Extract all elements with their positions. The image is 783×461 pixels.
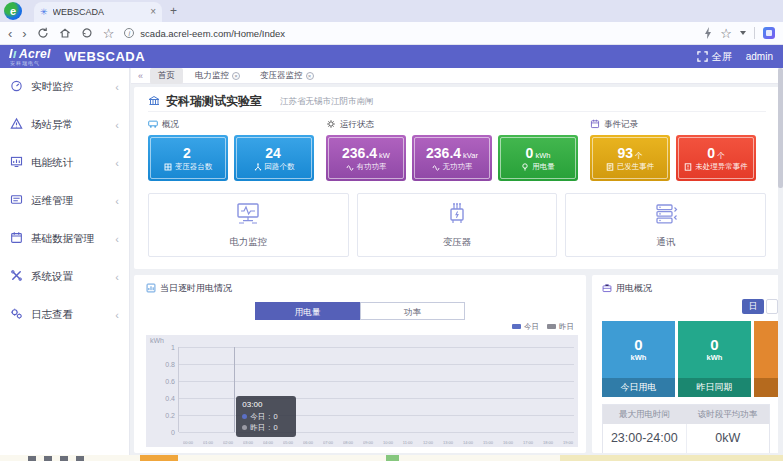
period-month-button[interactable]	[766, 299, 778, 314]
taskbar-icon[interactable]	[60, 456, 68, 461]
doc-tab-home[interactable]: 首页	[150, 68, 183, 84]
url-field[interactable]: i scada.acrel-eem.com/Home/Index	[124, 28, 694, 39]
nav-card-communication[interactable]: 通讯	[565, 193, 766, 257]
taskbar-highlight-green[interactable]	[386, 455, 399, 461]
lightning-extension-icon[interactable]	[704, 27, 712, 39]
stat-unit: 个	[635, 151, 643, 160]
toggle-energy-button[interactable]: 用电量	[255, 302, 360, 320]
sidebar-item-log-view[interactable]: 日志查看 ‹	[0, 296, 129, 334]
sidebar-item-system-settings[interactable]: 系统设置 ‹	[0, 258, 129, 296]
chart-panel-title: 当日逐时用电情况	[160, 282, 232, 295]
monitor-icon	[233, 201, 263, 231]
refresh-icon[interactable]	[37, 27, 49, 39]
stat-value: 0	[707, 145, 715, 161]
scrollbar-thumb[interactable]	[778, 68, 783, 188]
screen: e ✳ WEBSCADA × + ‹ › ☆ i scada.acrel-eem…	[0, 0, 783, 461]
legend-yesterday[interactable]: 昨日	[547, 322, 574, 332]
gauge-icon	[10, 78, 23, 96]
extensions-caret-icon[interactable]	[740, 31, 746, 35]
stat-card-energy-usage[interactable]: 0kWh 用电量	[498, 135, 578, 181]
bus-icon	[148, 119, 158, 131]
gears-icon	[10, 306, 23, 324]
yesterday-dot-icon	[242, 425, 247, 430]
close-circle-icon[interactable]: ×	[232, 72, 240, 80]
collapse-tabs-icon[interactable]: «	[138, 71, 143, 81]
table-header-avg-power: 该时段平均功率	[686, 405, 769, 424]
tooltip-time: 03:00	[242, 400, 290, 409]
taskbar-highlight-orange[interactable]	[140, 455, 178, 461]
usage-card-today[interactable]: 0kWh 今日用电	[602, 321, 675, 397]
taskbar-icon[interactable]	[76, 456, 84, 461]
stat-unit: kWh	[535, 151, 550, 160]
history-icon[interactable]	[81, 27, 93, 39]
new-tab-button[interactable]: +	[170, 4, 177, 18]
stat-card-unhandled-events[interactable]: 0个 未处理异常事件	[676, 135, 756, 181]
nav-card-transformer[interactable]: 变压器	[357, 193, 558, 257]
chart-toggle: 用电量 功率	[146, 302, 574, 320]
translate-extension-icon[interactable]	[763, 27, 775, 39]
usage-card-yesterday[interactable]: 0kWh 昨日同期	[678, 321, 751, 397]
taskbar-icon[interactable]	[28, 456, 36, 461]
sidebar-item-label: 实时监控	[31, 80, 107, 94]
chart-icon	[146, 283, 156, 295]
address-bar: ‹ › ☆ i scada.acrel-eem.com/Home/Index ☆	[0, 22, 783, 45]
usage-card-yoy[interactable]: --% 同比	[754, 321, 780, 397]
circuit-mini-icon	[254, 163, 262, 171]
nav-card-power-monitor[interactable]: 电力监控	[148, 193, 349, 257]
chart-tooltip: 03:00 今日: 0 昨日: 0	[236, 396, 296, 437]
sidebar-item-ops-management[interactable]: 运维管理 ‹	[0, 182, 129, 220]
chart-plot[interactable]: kWh 10.80.60.40.20 00:0001:0002:0003:000…	[146, 335, 578, 447]
site-name: 安科瑞测试实验室	[166, 93, 262, 110]
nav-cards-row: 电力监控 变压器 通讯	[148, 193, 766, 257]
page-scrollbar[interactable]	[778, 68, 783, 455]
taskbar-icon[interactable]	[44, 456, 52, 461]
url-text: scada.acrel-eem.com/Home/Index	[140, 28, 285, 39]
sidebar-item-station-abnormal[interactable]: 场站异常 ‹	[0, 106, 129, 144]
page-info-icon[interactable]: i	[124, 28, 134, 38]
table-header-max-time: 最大用电时间	[603, 405, 686, 424]
stat-card-transformer-count[interactable]: 2 变压器台数	[148, 135, 228, 181]
acrel-logo[interactable]: Acrel 安科瑞电气	[10, 48, 51, 66]
sidebar-item-base-data[interactable]: 基础数据管理 ‹	[0, 220, 129, 258]
legend-yesterday-swatch	[547, 324, 556, 329]
forward-icon[interactable]: ›	[22, 27, 26, 40]
bookmark-star-icon[interactable]: ☆	[103, 27, 115, 40]
page-content: 安科瑞测试实验室 江苏省无锡市江阴市南闸 概况 2 变压器台数	[131, 84, 783, 455]
acrel-logo-text: Acrel	[19, 48, 51, 60]
stat-card-circuit-count[interactable]: 24 回路个数	[234, 135, 314, 181]
chart-legend: 今日 昨日	[512, 322, 574, 332]
home-icon[interactable]	[59, 27, 71, 39]
period-day-button[interactable]: 日	[742, 299, 764, 314]
toggle-power-button[interactable]: 功率	[360, 302, 465, 320]
favorite-star-icon[interactable]: ☆	[720, 27, 732, 40]
stat-card-events-occurred[interactable]: 93个 已发生事件	[590, 135, 670, 181]
browser-logo-icon[interactable]: e	[4, 2, 22, 20]
acrel-logo-subtext: 安科瑞电气	[10, 61, 51, 66]
back-icon[interactable]: ‹	[8, 27, 12, 40]
close-circle-icon[interactable]: ×	[306, 72, 314, 80]
max-usage-table: 最大用电时间 该时段平均功率 23:00-24:00 0kW	[602, 404, 770, 453]
user-menu[interactable]: admin	[746, 51, 773, 62]
chevron-left-icon: ‹	[115, 119, 119, 131]
waveform-mini-icon	[346, 163, 354, 171]
usage-unit: kWh	[631, 353, 647, 362]
doc-tab-power-monitor[interactable]: 电力监控 ×	[187, 68, 248, 84]
sidebar-item-energy-stats[interactable]: 电能统计 ‹	[0, 144, 129, 182]
app-header-right: 全屏 admin	[697, 50, 773, 64]
app-title: WEBSCADA	[65, 49, 146, 64]
browser-tab[interactable]: ✳ WEBSCADA ×	[34, 2, 162, 22]
sidebar-item-label: 电能统计	[31, 156, 107, 170]
stat-value: 236.4	[426, 145, 461, 161]
waveform-mini-icon	[432, 163, 440, 171]
legend-today[interactable]: 今日	[512, 322, 539, 332]
sidebar-item-realtime-monitor[interactable]: 实时监控 ‹	[0, 68, 129, 106]
stat-card-reactive-power[interactable]: 236.4kVar 无功功率	[412, 135, 492, 181]
tab-close-icon[interactable]: ×	[150, 7, 156, 17]
transformer-icon	[442, 201, 472, 231]
stat-label: 已发生事件	[617, 163, 655, 171]
doc-tab-transformer-monitor[interactable]: 变压器监控 ×	[252, 68, 322, 84]
fullscreen-button[interactable]: 全屏	[697, 50, 732, 64]
sidebar-item-label: 系统设置	[31, 270, 107, 284]
stat-card-active-power[interactable]: 236.4kW 有功功率	[326, 135, 406, 181]
energy-stats-icon	[10, 154, 23, 172]
